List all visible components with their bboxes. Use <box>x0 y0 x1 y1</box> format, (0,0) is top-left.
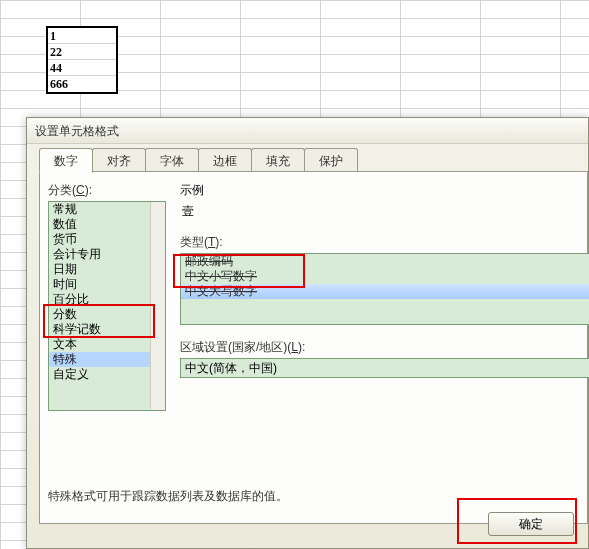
tab-alignment[interactable]: 对齐 <box>92 148 146 172</box>
category-item-special[interactable]: 特殊 <box>49 352 165 367</box>
cell[interactable]: 44 <box>48 60 116 76</box>
dialog-title: 设置单元格格式 <box>27 118 588 144</box>
type-item-chinese-lower[interactable]: 中文小写数字 <box>181 269 589 284</box>
type-item-zip[interactable]: 邮政编码 <box>181 254 589 269</box>
category-item-time[interactable]: 时间 <box>49 277 165 292</box>
cell[interactable]: 666 <box>48 76 116 92</box>
tab-font[interactable]: 字体 <box>145 148 199 172</box>
category-item-date[interactable]: 日期 <box>49 262 165 277</box>
description-text: 特殊格式可用于跟踪数据列表及数据库的值。 <box>48 488 288 505</box>
category-item-accounting[interactable]: 会计专用 <box>49 247 165 262</box>
category-listbox[interactable]: 常规 数值 货币 会计专用 日期 时间 百分比 分数 科学记数 文本 特殊 自定… <box>48 201 166 411</box>
type-item-chinese-upper[interactable]: 中文大写数字 <box>181 284 589 299</box>
sample-value: 壹 <box>180 203 587 220</box>
tab-border[interactable]: 边框 <box>198 148 252 172</box>
locale-select[interactable]: 中文(简体，中国) <box>180 358 589 378</box>
category-item-percentage[interactable]: 百分比 <box>49 292 165 307</box>
category-item-currency[interactable]: 货币 <box>49 232 165 247</box>
tab-panel-number: 分类(C): 常规 数值 货币 会计专用 日期 时间 百分比 分数 科学记数 文… <box>39 172 588 524</box>
sample-label: 示例 <box>180 182 587 199</box>
scrollbar[interactable] <box>150 202 165 410</box>
locale-label: 区域设置(国家/地区)(L): <box>180 339 589 356</box>
tab-protection[interactable]: 保护 <box>304 148 358 172</box>
category-item-general[interactable]: 常规 <box>49 202 165 217</box>
type-label: 类型(T): <box>180 234 587 251</box>
tab-fill[interactable]: 填充 <box>251 148 305 172</box>
type-listbox[interactable]: 邮政编码 中文小写数字 中文大写数字 <box>180 253 589 325</box>
ok-button[interactable]: 确定 <box>488 512 574 536</box>
category-item-number[interactable]: 数值 <box>49 217 165 232</box>
category-item-custom[interactable]: 自定义 <box>49 367 165 382</box>
selected-cell-range[interactable]: 1 22 44 666 <box>46 26 118 94</box>
category-item-text[interactable]: 文本 <box>49 337 165 352</box>
cell[interactable]: 22 <box>48 44 116 60</box>
category-item-fraction[interactable]: 分数 <box>49 307 165 322</box>
cell[interactable]: 1 <box>48 28 116 44</box>
tabstrip: 数字 对齐 字体 边框 填充 保护 <box>39 148 588 172</box>
format-cells-dialog: 设置单元格格式 数字 对齐 字体 边框 填充 保护 分类(C): 常规 数值 货… <box>26 117 589 549</box>
category-item-scientific[interactable]: 科学记数 <box>49 322 165 337</box>
tab-number[interactable]: 数字 <box>39 148 93 173</box>
